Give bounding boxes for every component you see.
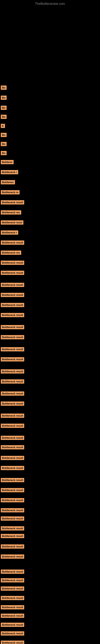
- bottleneck-result-label: Bottleneck result: [1, 357, 24, 362]
- bottleneck-result-wrapper: Bottleneck result: [0, 569, 24, 575]
- bottleneck-result-wrapper: Bottleneck result: [0, 554, 24, 560]
- bottleneck-result-wrapper: Bottleneck result: [0, 613, 24, 619]
- bottleneck-result-wrapper: Bo: [0, 85, 7, 91]
- bottleneck-result-wrapper: Bottleneck result: [0, 357, 24, 363]
- bottleneck-result-label: Bottlenec: [1, 180, 15, 184]
- bottleneck-result-wrapper: Bottlenec: [0, 180, 15, 186]
- bottleneck-result-label: Bottleneck result: [1, 260, 24, 265]
- bottleneck-result-label: Bo: [1, 115, 7, 119]
- bottleneck-result-wrapper: Bo: [0, 150, 7, 156]
- bottleneck-result-label: Bottleneck result: [1, 369, 24, 374]
- bottleneck-result-label: Bottleneck result: [1, 498, 24, 502]
- bottleneck-result-label: Bottleneck result: [1, 335, 24, 339]
- bottleneck-result-label: Bottleneck result: [1, 516, 24, 521]
- bottleneck-result-label: Bo: [1, 133, 7, 137]
- bottleneck-result-label: Bottleneck result: [1, 586, 24, 591]
- bottleneck-result-wrapper: Bo: [0, 95, 7, 101]
- bottleneck-result-label: Bottleneck result: [1, 623, 24, 627]
- bottleneck-result-wrapper: Bottleneck result: [0, 401, 24, 407]
- bottleneck-result-wrapper: Bottleneck result: [0, 478, 24, 484]
- bottleneck-result-wrapper: Bottleneck result: [0, 622, 24, 628]
- bottleneck-result-label: Bottleneck result: [1, 534, 24, 538]
- bottleneck-result-wrapper: Bottleneck result: [0, 508, 24, 514]
- bottleneck-result-wrapper: Bottleneck result: [0, 302, 24, 308]
- bottleneck-result-label: Bottleneck result: [1, 392, 24, 396]
- site-title: TheBottlenecker.com: [0, 0, 100, 7]
- bottleneck-result-wrapper: Bottleneck result: [0, 586, 24, 592]
- bottleneck-result-label: Bottleneck result: [1, 271, 24, 275]
- bottleneck-result-label: Bottleneck result: [1, 640, 24, 644]
- bottleneck-result-label: Bottleneck result: [1, 605, 24, 610]
- bottleneck-result-wrapper: Bottleneck result: [0, 631, 24, 637]
- bottleneck-result-label: Bottleneck result: [1, 414, 24, 418]
- bottleneck-result-label: Bottleneck result: [1, 526, 24, 530]
- bottleneck-result-wrapper: Bottleneck result: [0, 605, 24, 610]
- bottleneck-result-wrapper: Bottleneck result: [0, 596, 24, 601]
- bottleneck-result-wrapper: Bottleneck result: [0, 270, 24, 276]
- bottleneck-result-label: Bo: [1, 106, 7, 110]
- bottleneck-result-wrapper: Bottleneck result: [0, 369, 24, 375]
- bottleneck-result-wrapper: Bottleneck result: [0, 435, 24, 441]
- bottleneck-result-wrapper: Bottleneck res: [0, 210, 21, 216]
- bottleneck-result-label: Bottleneck result: [1, 466, 24, 470]
- bottleneck-result-label: Bottleneck res: [1, 210, 21, 214]
- bottleneck-result-label: Bottleneck result: [1, 631, 24, 636]
- bottleneck-result-wrapper: Bo: [0, 105, 7, 111]
- bottleneck-result-wrapper: Bottleneck result: [0, 324, 24, 330]
- bottleneck-result-wrapper: Bottleneck result: [0, 335, 24, 340]
- bottleneck-result-label: Bottleneck result: [1, 283, 24, 287]
- bottleneck-result-label: Bottleneck result: [1, 436, 24, 440]
- bottleneck-result-label: Bottlene: [1, 160, 14, 164]
- bottleneck-result-wrapper: Bottleneck result: [0, 240, 24, 246]
- bottleneck-result-wrapper: Bottlene: [0, 160, 14, 166]
- bottleneck-result-wrapper: Bottleneck result: [0, 498, 24, 504]
- bottleneck-result-label: Bottleneck result: [1, 456, 24, 460]
- bottleneck-result-wrapper: Bottleneck result: [0, 379, 24, 385]
- bottleneck-result-label: Bottleneck result: [1, 578, 24, 582]
- bottleneck-result-wrapper: Bottleneck res: [0, 250, 21, 256]
- bottleneck-result-label: Bottleneck r: [1, 230, 18, 235]
- bottleneck-result-label: Bottleneck result: [1, 445, 24, 450]
- bottleneck-result-label: Bottleneck result: [1, 488, 24, 492]
- bottleneck-result-label: Bottleneck result: [1, 508, 24, 512]
- bottleneck-result-wrapper: Bottleneck result: [0, 445, 24, 450]
- bottleneck-result-wrapper: Bottleneck re: [0, 190, 20, 196]
- bottleneck-result-wrapper: Bottleneck result: [0, 516, 24, 522]
- bottleneck-result-wrapper: Bottleneck result: [0, 456, 24, 461]
- bottleneck-result-label: Bottleneck result: [1, 347, 24, 352]
- bottleneck-result-wrapper: E: [0, 123, 5, 129]
- bottleneck-result-label: Bottleneck result: [1, 402, 24, 406]
- bottleneck-result-label: Bottleneck result: [1, 293, 24, 297]
- bottleneck-result-wrapper: Bottleneck result: [0, 534, 24, 539]
- bottleneck-result-label: Bottleneck result: [1, 200, 24, 204]
- bottleneck-result-wrapper: Bottleneck result: [0, 423, 24, 429]
- bottleneck-result-label: Bottleneck result: [1, 570, 24, 574]
- bottleneck-result-label: Bottleneck res: [1, 250, 21, 255]
- bottleneck-result-label: Bottleneck result: [1, 424, 24, 428]
- bottleneck-result-label: Bottleneck result: [1, 554, 24, 559]
- bottleneck-result-label: Bottleneck result: [1, 325, 24, 329]
- bottleneck-result-label: Bo: [1, 96, 7, 100]
- bottleneck-result-wrapper: Bottleneck result: [0, 466, 24, 471]
- bottleneck-result-wrapper: Bottleneck r: [0, 170, 18, 176]
- bottleneck-result-label: Bottleneck result: [1, 379, 24, 384]
- bottleneck-result-wrapper: Bottleneck resul: [0, 220, 23, 226]
- bottleneck-result-wrapper: Bottleneck result: [0, 544, 24, 550]
- bottleneck-result-label: Bottleneck result: [1, 614, 24, 618]
- bottleneck-result-wrapper: Bottleneck result: [0, 347, 24, 352]
- bottleneck-result-wrapper: Bottleneck result: [0, 292, 24, 298]
- bottleneck-result-wrapper: Bottleneck result: [0, 413, 24, 419]
- bottleneck-result-wrapper: Bottleneck result: [0, 488, 24, 494]
- bottleneck-result-label: Bo: [1, 142, 7, 146]
- bottleneck-result-label: Bottleneck result: [1, 240, 24, 245]
- bottleneck-result-label: E: [1, 124, 5, 128]
- bottleneck-result-label: Bottleneck resul: [1, 220, 23, 224]
- bottleneck-result-label: Bottleneck r: [1, 170, 18, 174]
- bottleneck-result-wrapper: Bottleneck result: [0, 578, 24, 584]
- bottleneck-result-label: Bo: [1, 86, 7, 90]
- bottleneck-result-wrapper: Bo: [0, 132, 7, 138]
- bottleneck-result-label: Bottleneck result: [1, 478, 24, 482]
- bottleneck-result-wrapper: Bottleneck result: [0, 391, 24, 397]
- bottleneck-result-label: Bottleneck result: [1, 596, 24, 600]
- bottleneck-result-wrapper: Bo: [0, 142, 7, 147]
